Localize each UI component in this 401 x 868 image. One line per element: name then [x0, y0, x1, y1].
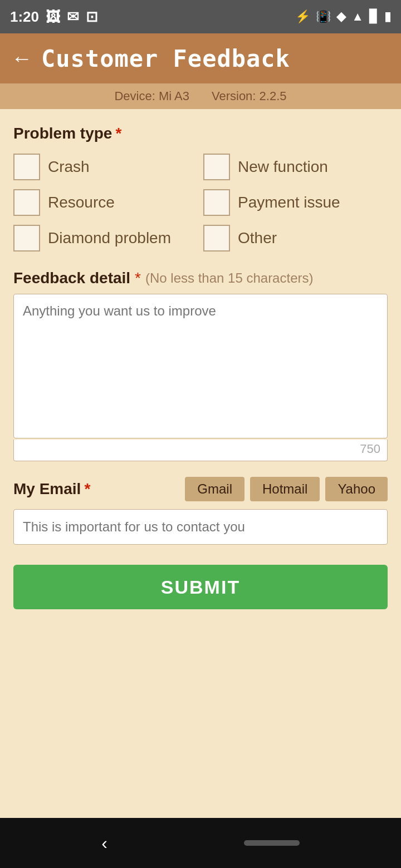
mail-icon: ✉ [67, 8, 79, 26]
version-label: Version: 2.2.5 [212, 89, 287, 103]
status-right: ⚡ 📳 ◆ ▲ ▊ ▮ [295, 9, 391, 24]
vibrate-icon: 📳 [316, 9, 331, 24]
problem-type-label: Problem type [13, 125, 112, 142]
yahoo-button[interactable]: Yahoo [325, 477, 388, 501]
checkbox-resource-box[interactable] [13, 189, 40, 216]
bluetooth-icon: ⚡ [295, 9, 310, 24]
device-info-bar: Device: Mi A3 Version: 2.2.5 [0, 83, 401, 109]
feedback-detail-hint: (No less than 15 characters) [145, 270, 313, 286]
checkbox-diamond-problem-label: Diamond problem [48, 229, 171, 247]
battery-icon: ▮ [384, 9, 391, 24]
email-required: * [84, 480, 90, 498]
signal-icon: ▊ [369, 9, 379, 24]
checkbox-other[interactable]: Other [203, 225, 388, 251]
checkbox-payment-issue[interactable]: Payment issue [203, 189, 388, 216]
nav-home-indicator [244, 840, 300, 846]
status-left: 1:20 🖼 ✉ ⊡ [10, 8, 98, 26]
checkbox-crash-label: Crash [48, 158, 90, 176]
feedback-detail-required: * [135, 269, 141, 287]
checkbox-resource[interactable]: Resource [13, 189, 198, 216]
nav-back-icon[interactable]: ‹ [101, 833, 107, 854]
checkbox-payment-issue-box[interactable] [203, 189, 230, 216]
checkbox-other-box[interactable] [203, 225, 230, 251]
feedback-detail-label: Feedback detail [13, 269, 130, 287]
submit-button[interactable]: SUBMIT [13, 565, 388, 609]
hotmail-button[interactable]: Hotmail [250, 477, 320, 501]
checkbox-crash-box[interactable] [13, 154, 40, 180]
checkbox-payment-issue-label: Payment issue [238, 194, 340, 211]
feedback-textarea[interactable] [13, 294, 388, 438]
checkbox-diamond-problem[interactable]: Diamond problem [13, 225, 198, 251]
checkbox-other-label: Other [238, 229, 277, 247]
bottom-nav: ‹ [0, 818, 401, 868]
back-button[interactable]: ← [11, 47, 32, 71]
main-content: Problem type * Crash New function Resour… [0, 109, 401, 818]
email-provider-buttons: Gmail Hotmail Yahoo [185, 477, 388, 501]
problem-type-required: * [115, 125, 121, 142]
checkbox-new-function-box[interactable] [203, 154, 230, 180]
problem-type-grid: Crash New function Resource Payment issu… [13, 154, 388, 251]
email-input[interactable] [13, 509, 388, 545]
checkbox-diamond-problem-box[interactable] [13, 225, 40, 251]
gmail-button[interactable]: Gmail [185, 477, 244, 501]
problem-type-section: Problem type * [13, 125, 388, 142]
wifi-icon: ▲ [351, 9, 364, 24]
char-count: 750 [13, 440, 388, 461]
status-bar: 1:20 🖼 ✉ ⊡ ⚡ 📳 ◆ ▲ ▊ ▮ [0, 0, 401, 33]
time-display: 1:20 [10, 8, 39, 26]
photo-icon: 🖼 [46, 8, 60, 26]
checkbox-new-function-label: New function [238, 158, 328, 176]
camera-icon: ⊡ [86, 8, 98, 26]
checkbox-crash[interactable]: Crash [13, 154, 198, 180]
network-icon: ◆ [336, 9, 346, 24]
checkbox-resource-label: Resource [48, 194, 115, 211]
app-bar: ← Customer Feedback [0, 33, 401, 83]
device-label: Device: Mi A3 [114, 89, 189, 103]
email-label: My Email * [13, 480, 90, 498]
feedback-detail-header: Feedback detail * (No less than 15 chara… [13, 269, 388, 287]
email-row: My Email * Gmail Hotmail Yahoo [13, 477, 388, 501]
page-title: Customer Feedback [41, 45, 290, 72]
checkbox-new-function[interactable]: New function [203, 154, 388, 180]
